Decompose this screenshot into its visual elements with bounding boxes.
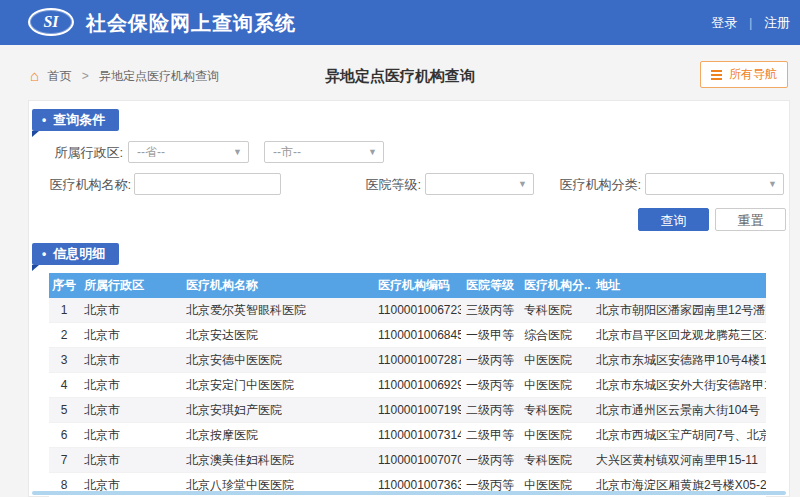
horizontal-scrollbar[interactable] — [32, 491, 786, 495]
register-link[interactable]: 注册 — [764, 15, 790, 30]
login-link[interactable]: 登录 — [711, 15, 737, 30]
province-select-value: --省-- — [137, 145, 165, 159]
chevron-down-icon: ▼ — [518, 174, 527, 194]
cell-org-name: 北京安达医院 — [181, 323, 373, 348]
cell-region: 北京市 — [79, 398, 181, 423]
cell-address: 大兴区黄村镇双河南里甲15-11 — [591, 448, 766, 473]
table-row: 4 北京市 北京安定门中医医院 1100001006929 一级丙等 中医医院 … — [49, 373, 766, 398]
all-navigation-button[interactable]: 所有导航 — [700, 61, 788, 88]
col-header-address: 地址 — [591, 273, 766, 298]
tag-fold-decoration — [32, 131, 39, 137]
detail-section-header: •信息明细 — [32, 243, 119, 265]
detail-section-title: 信息明细 — [53, 246, 105, 261]
cell-address: 北京市通州区云景南大街104号 — [591, 398, 766, 423]
cell-region: 北京市 — [79, 373, 181, 398]
cell-org-name: 北京爱尔英智眼科医院 — [181, 298, 373, 323]
cell-org-code: 1100001007199 — [373, 398, 461, 423]
cell-index: 5 — [49, 398, 79, 423]
chevron-down-icon: ▼ — [768, 174, 777, 194]
all-navigation-label: 所有导航 — [729, 67, 777, 81]
bullet-icon: • — [42, 113, 46, 127]
province-select[interactable]: --省-- ▼ — [128, 141, 249, 163]
city-select[interactable]: --市-- ▼ — [264, 141, 384, 163]
cell-address: 北京市朝阳区潘家园南里12号潘家园大厦 — [591, 298, 766, 323]
cell-org-code: 1100001006723 — [373, 298, 461, 323]
cell-org-name: 北京安德中医医院 — [181, 348, 373, 373]
query-section-title: 查询条件 — [53, 112, 105, 127]
cell-address: 北京市东城区安德路甲10号4楼101-2 — [591, 348, 766, 373]
org-category-label: 医疗机构分类: — [549, 176, 641, 194]
cell-category: 中医医院 — [519, 423, 591, 448]
results-table: 序号 所属行政区 医疗机构名称 医疗机构编码 医院等级 医疗机构分... 地址 … — [49, 273, 766, 497]
cell-address: 北京市西城区宝产胡同7号、北京市西城... — [591, 423, 766, 448]
col-header-level: 医院等级 — [461, 273, 519, 298]
cell-org-name: 北京安琪妇产医院 — [181, 398, 373, 423]
tag-fold-decoration — [32, 265, 39, 271]
table-row: 6 北京市 北京按摩医院 1100001007314 二级甲等 中医医院 北京市… — [49, 423, 766, 448]
table-row: 1 北京市 北京爱尔英智眼科医院 1100001006723 三级丙等 专科医院… — [49, 298, 766, 323]
cell-org-code: 1100001007287 — [373, 348, 461, 373]
search-button[interactable]: 查询 — [638, 208, 709, 231]
cell-region: 北京市 — [79, 298, 181, 323]
cell-index: 7 — [49, 448, 79, 473]
cell-category: 综合医院 — [519, 323, 591, 348]
cell-org-name: 北京按摩医院 — [181, 423, 373, 448]
cell-category: 专科医院 — [519, 398, 591, 423]
cell-region: 北京市 — [79, 423, 181, 448]
si-logo-icon: SI — [28, 8, 74, 36]
cell-region: 北京市 — [79, 323, 181, 348]
bullet-icon: • — [42, 247, 46, 261]
cell-category: 中医医院 — [519, 373, 591, 398]
home-icon: ⌂ — [30, 67, 39, 84]
region-label: 所属行政区: — [29, 144, 123, 162]
auth-links: 登录 | 注册 — [707, 14, 794, 32]
cell-index: 6 — [49, 423, 79, 448]
cell-category: 专科医院 — [519, 448, 591, 473]
cell-index: 2 — [49, 323, 79, 348]
col-header-org-name: 医疗机构名称 — [181, 273, 373, 298]
org-name-input[interactable] — [134, 173, 281, 195]
cell-org-code: 1100001006845 — [373, 323, 461, 348]
cell-org-name: 北京安定门中医医院 — [181, 373, 373, 398]
chevron-down-icon: ▼ — [368, 142, 377, 162]
cell-level: 一级甲等 — [461, 323, 519, 348]
chevron-down-icon: ▼ — [233, 142, 242, 162]
results-table-wrap: 序号 所属行政区 医疗机构名称 医疗机构编码 医院等级 医疗机构分... 地址 … — [49, 273, 766, 497]
cell-org-name: 北京澳美佳妇科医院 — [181, 448, 373, 473]
org-name-label: 医疗机构名称: — [29, 176, 131, 194]
top-header: SI 社会保险网上查询系统 登录 | 注册 — [0, 0, 800, 45]
hospital-level-select[interactable]: ▼ — [425, 173, 534, 195]
cell-category: 专科医院 — [519, 298, 591, 323]
cell-index: 3 — [49, 348, 79, 373]
cell-org-code: 1100001007070 — [373, 448, 461, 473]
table-row: 7 北京市 北京澳美佳妇科医院 1100001007070 一级丙等 专科医院 … — [49, 448, 766, 473]
breadcrumb: ⌂ 首页 > 异地定点医疗机构查询 — [30, 67, 219, 85]
col-header-category: 医疗机构分... — [519, 273, 591, 298]
query-section-header: •查询条件 — [32, 109, 119, 131]
reset-button[interactable]: 重置 — [715, 208, 786, 231]
breadcrumb-home[interactable]: 首页 — [47, 69, 71, 83]
cell-index: 4 — [49, 373, 79, 398]
org-category-select[interactable]: ▼ — [645, 173, 784, 195]
hospital-level-label: 医院等级: — [329, 176, 421, 194]
breadcrumb-separator: > — [82, 69, 89, 83]
col-header-org-code: 医疗机构编码 — [373, 273, 461, 298]
cell-category: 中医医院 — [519, 348, 591, 373]
auth-divider: | — [749, 15, 752, 30]
app-title: 社会保险网上查询系统 — [86, 10, 296, 37]
breadcrumb-current: 异地定点医疗机构查询 — [99, 69, 219, 83]
col-header-region: 所属行政区 — [79, 273, 181, 298]
table-row: 5 北京市 北京安琪妇产医院 1100001007199 二级丙等 专科医院 北… — [49, 398, 766, 423]
cell-level: 一级丙等 — [461, 348, 519, 373]
table-row: 3 北京市 北京安德中医医院 1100001007287 一级丙等 中医医院 北… — [49, 348, 766, 373]
cell-address: 北京市昌平区回龙观龙腾苑三区16号楼 — [591, 323, 766, 348]
cell-level: 二级甲等 — [461, 423, 519, 448]
cell-org-code: 1100001007314 — [373, 423, 461, 448]
cell-level: 三级丙等 — [461, 298, 519, 323]
cell-region: 北京市 — [79, 348, 181, 373]
cell-region: 北京市 — [79, 448, 181, 473]
cell-org-code: 1100001006929 — [373, 373, 461, 398]
cell-address: 北京市东城区安外大街安德路甲11号一层... — [591, 373, 766, 398]
table-row: 2 北京市 北京安达医院 1100001006845 一级甲等 综合医院 北京市… — [49, 323, 766, 348]
cell-level: 一级丙等 — [461, 448, 519, 473]
